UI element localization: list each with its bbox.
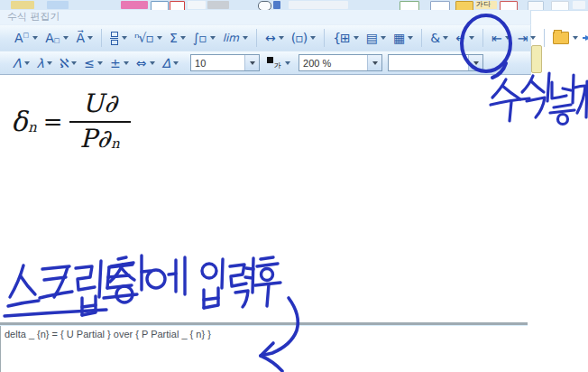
open-folder-button[interactable] [550, 31, 581, 45]
font-preview-label: 가 [274, 60, 281, 70]
greek-small-button[interactable]: λ [34, 54, 55, 72]
exit-apply-button[interactable] [583, 31, 588, 45]
font-size-value: 10 [191, 58, 244, 69]
toolbar-separator [544, 29, 545, 47]
delta-symbol-button[interactable]: Δ [160, 54, 182, 72]
extra-combobox[interactable] [388, 54, 483, 71]
chevron-down-icon [180, 36, 186, 40]
accent-button[interactable]: A⃗ [73, 29, 96, 47]
rendered-formula: δ n = U∂ P∂ n [11, 88, 131, 153]
equation-canvas[interactable]: δ n = U∂ P∂ n [0, 76, 531, 322]
button-glyph-icon: Δ [162, 55, 170, 71]
combo-dropdown-button[interactable] [468, 55, 482, 70]
chevron-down-icon [443, 36, 448, 40]
equation-toolbar-row1: A□ A□ A⃗ [0, 24, 531, 51]
combo-dropdown-button[interactable] [244, 55, 259, 70]
chevron-down-icon [469, 36, 474, 40]
matrix-button[interactable]: ▦ [390, 29, 416, 47]
zoom-combobox[interactable]: 200 % [299, 54, 382, 71]
align-button[interactable]: ▤ [363, 29, 389, 47]
script-input[interactable]: delta _ {n} = { U Partial } over { P Par… [0, 326, 528, 372]
chevron-down-icon [124, 61, 129, 65]
chevron-down-icon [530, 36, 536, 40]
button-glyph-icon: ± [110, 55, 120, 71]
operator-button[interactable]: ± [107, 54, 132, 72]
spacing-button[interactable]: ↔ [262, 29, 287, 47]
chevron-down-icon [473, 61, 479, 65]
chevron-down-icon [285, 61, 290, 65]
relation-button[interactable]: ≤ [81, 54, 106, 72]
button-glyph-icon: ⇔ [136, 55, 146, 71]
root-button[interactable]: ⁿ√▫ [132, 29, 165, 47]
subscript-button[interactable]: A□ [42, 26, 71, 50]
button-glyph-icon: (▫) [291, 30, 307, 46]
toolbar-separator [324, 29, 325, 47]
greek-capital-button[interactable]: Λ [10, 54, 32, 72]
combo-dropdown-button[interactable] [367, 55, 381, 70]
chevron-down-icon [24, 61, 30, 65]
fraction-button[interactable] [107, 31, 130, 46]
toolbar-fragment-icon [121, 1, 148, 9]
prev-field-button[interactable]: ⇤ [489, 29, 513, 47]
fraction-numerator: U∂ [69, 88, 131, 123]
button-glyph-icon: ↵ [455, 30, 465, 46]
toolbar-separator [421, 29, 422, 47]
button-glyph-icon: ⇥ [518, 30, 528, 46]
button-glyph-icon: lim [223, 30, 239, 46]
chevron-down-icon [354, 36, 359, 40]
integral-button[interactable]: ∫▫ [190, 29, 218, 47]
chevron-down-icon [150, 61, 155, 65]
toolbar-fragment-label: 가다 [476, 0, 498, 9]
chevron-down-icon [32, 36, 38, 40]
symbol-buttons-group: Λ λ ℵ [9, 54, 182, 72]
chevron-down-icon [250, 61, 255, 65]
sum-button[interactable]: Σ [167, 29, 188, 47]
button-glyph-icon: {⊞ [333, 30, 350, 46]
toolbar-fragment-icon [11, 1, 34, 9]
button-glyph-icon: & [430, 30, 439, 46]
toolbar-fragment-icon [289, 1, 348, 9]
background-window-sliver [531, 45, 542, 73]
button-glyph-icon: Λ [13, 55, 21, 71]
formula-equals: = [43, 108, 63, 135]
chevron-down-icon [97, 61, 103, 65]
button-glyph-icon: ⁿ√▫ [134, 30, 153, 46]
toolbar-fragment-icon [207, 1, 229, 9]
button-glyph-icon: ▤ [366, 30, 377, 46]
superscript-button[interactable]: A□ [12, 29, 41, 47]
chevron-down-icon [243, 36, 248, 40]
zoom-value: 200 % [299, 58, 367, 69]
script-text: delta _ {n} = { U Partial } over { P Par… [1, 326, 528, 339]
denominator-subscript: n [111, 135, 120, 152]
toolbar-separator [482, 29, 483, 47]
formula-fraction: U∂ P∂ n [69, 88, 131, 153]
chevron-down-icon [210, 36, 216, 40]
chevron-down-icon [573, 36, 578, 40]
ampersand-button[interactable]: & [427, 29, 451, 47]
delimiter-button[interactable]: (▫) [289, 29, 318, 47]
font-preview-button[interactable]: 가 [265, 54, 292, 71]
next-field-button[interactable]: ⇥ [515, 29, 539, 47]
limit-button[interactable]: lim [220, 29, 251, 47]
newline-button[interactable]: ↵ [453, 29, 477, 47]
toolbar-separator [101, 29, 102, 47]
chevron-down-icon [63, 36, 69, 40]
denominator-main: P∂ [80, 124, 110, 153]
formula-lhs: δ [11, 106, 27, 137]
equation-editor-window: 수식 편집기 A□ A□ [0, 10, 531, 75]
misc-symbol-button[interactable]: ℵ [57, 54, 79, 72]
button-glyph-icon: ▦ [393, 30, 404, 46]
formula-lhs-subscript: n [28, 119, 37, 135]
button-glyph-icon: Σ [170, 30, 177, 46]
chevron-down-icon [47, 61, 52, 65]
arrow-symbol-button[interactable]: ⇔ [133, 54, 158, 72]
shape-icon [110, 32, 118, 45]
equation-toolbar-row2: Λ λ ℵ [0, 51, 531, 75]
chevron-down-icon [122, 36, 127, 40]
font-size-combobox[interactable]: 10 [190, 54, 260, 71]
chevron-down-icon [87, 36, 93, 40]
cases-button[interactable]: {⊞ [330, 29, 362, 47]
placeholder-box-icon: □ [23, 27, 30, 43]
button-glyph-icon: ⇤ [492, 30, 501, 46]
placeholder-box-icon: □ [54, 33, 60, 49]
